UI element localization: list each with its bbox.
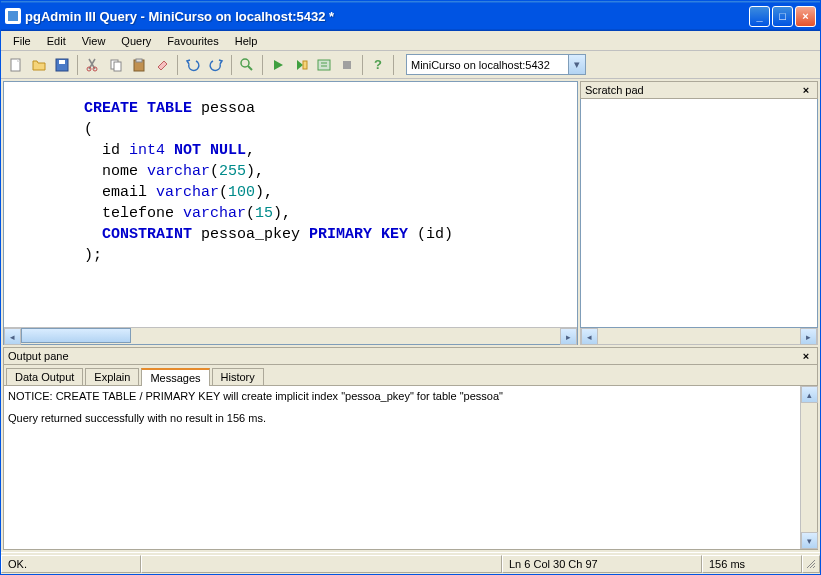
explain-button[interactable] — [313, 54, 335, 76]
menu-favourites[interactable]: Favourites — [159, 33, 226, 49]
output-title: Output pane — [8, 350, 69, 362]
status-spacer — [141, 555, 502, 573]
statusbar: OK. Ln 6 Col 30 Ch 97 156 ms — [1, 552, 820, 574]
app-icon — [5, 8, 21, 24]
toolbar-separator — [231, 55, 232, 75]
tab-explain[interactable]: Explain — [85, 368, 139, 386]
save-icon — [54, 57, 70, 73]
svg-rect-10 — [303, 61, 307, 69]
paste-button[interactable] — [128, 54, 150, 76]
copy-icon — [108, 57, 124, 73]
chevron-down-icon[interactable]: ▾ — [568, 55, 585, 74]
cut-button[interactable] — [82, 54, 104, 76]
open-button[interactable] — [28, 54, 50, 76]
app-window: pgAdmin III Query - MiniCurso on localho… — [0, 0, 821, 575]
minimize-button[interactable]: _ — [749, 6, 770, 27]
scratch-header[interactable]: Scratch pad × — [580, 81, 818, 99]
close-icon[interactable]: × — [799, 84, 813, 96]
save-button[interactable] — [51, 54, 73, 76]
svg-rect-6 — [114, 62, 121, 71]
undo-icon — [185, 57, 201, 73]
output-vscrollbar[interactable]: ▴ ▾ — [800, 386, 817, 549]
scroll-thumb[interactable] — [21, 328, 131, 343]
menu-edit[interactable]: Edit — [39, 33, 74, 49]
menubar: File Edit View Query Favourites Help — [1, 31, 820, 51]
toolbar-separator — [362, 55, 363, 75]
status-cursor-position: Ln 6 Col 30 Ch 97 — [502, 555, 702, 573]
new-file-icon — [8, 57, 24, 73]
execute-pgscript-button[interactable] — [290, 54, 312, 76]
redo-button[interactable] — [205, 54, 227, 76]
toolbar-separator — [393, 55, 394, 75]
scroll-right-icon[interactable]: ▸ — [800, 328, 817, 345]
main-area: CREATE TABLE pessoa ( id int4 NOT NULL, … — [1, 79, 820, 552]
connection-value: MiniCurso on localhost:5432 — [411, 59, 550, 71]
eraser-icon — [154, 57, 170, 73]
explain-icon — [316, 57, 332, 73]
close-icon[interactable]: × — [799, 350, 813, 362]
output-tabs: Data Output Explain Messages History — [3, 365, 818, 385]
upper-panes: CREATE TABLE pessoa ( id int4 NOT NULL, … — [1, 79, 820, 347]
menu-view[interactable]: View — [74, 33, 114, 49]
scroll-track[interactable] — [598, 328, 800, 344]
connection-combo[interactable]: MiniCurso on localhost:5432 ▾ — [406, 54, 586, 75]
sql-editor[interactable]: CREATE TABLE pessoa ( id int4 NOT NULL, … — [4, 82, 577, 327]
paste-icon — [131, 57, 147, 73]
menu-help[interactable]: Help — [227, 33, 266, 49]
menu-query[interactable]: Query — [113, 33, 159, 49]
cancel-button[interactable] — [336, 54, 358, 76]
find-icon — [239, 57, 255, 73]
close-button[interactable]: × — [795, 6, 816, 27]
message-line: Query returned successfully with no resu… — [8, 412, 813, 424]
scroll-left-icon[interactable]: ◂ — [4, 328, 21, 345]
scratch-title: Scratch pad — [585, 84, 644, 96]
svg-text:?: ? — [374, 57, 382, 72]
scratch-hscrollbar[interactable]: ◂ ▸ — [580, 328, 818, 345]
redo-icon — [208, 57, 224, 73]
toolbar: ? MiniCurso on localhost:5432 ▾ — [1, 51, 820, 79]
status-duration: 156 ms — [702, 555, 802, 573]
menu-file[interactable]: File — [5, 33, 39, 49]
svg-rect-2 — [59, 60, 65, 64]
open-folder-icon — [31, 57, 47, 73]
tab-history[interactable]: History — [212, 368, 264, 386]
message-line: NOTICE: CREATE TABLE / PRIMARY KEY will … — [8, 390, 813, 402]
titlebar[interactable]: pgAdmin III Query - MiniCurso on localho… — [1, 1, 820, 31]
clear-button[interactable] — [151, 54, 173, 76]
find-button[interactable] — [236, 54, 258, 76]
help-icon: ? — [370, 57, 386, 73]
cancel-icon — [339, 57, 355, 73]
resize-grip-icon[interactable] — [802, 555, 820, 573]
output-header[interactable]: Output pane × — [3, 347, 818, 365]
maximize-button[interactable]: □ — [772, 6, 793, 27]
scroll-up-icon[interactable]: ▴ — [801, 386, 818, 403]
svg-point-9 — [241, 59, 249, 67]
cut-icon — [85, 57, 101, 73]
window-title: pgAdmin III Query - MiniCurso on localho… — [25, 9, 749, 24]
new-file-button[interactable] — [5, 54, 27, 76]
svg-rect-11 — [318, 60, 330, 70]
status-message: OK. — [1, 555, 141, 573]
tab-messages[interactable]: Messages — [141, 368, 209, 386]
output-pane: Output pane × Data Output Explain Messag… — [3, 347, 818, 550]
svg-rect-12 — [343, 61, 351, 69]
output-body[interactable]: NOTICE: CREATE TABLE / PRIMARY KEY will … — [3, 385, 818, 550]
scratch-pad-pane: Scratch pad × ◂ ▸ — [580, 81, 818, 345]
help-button[interactable]: ? — [367, 54, 389, 76]
scroll-right-icon[interactable]: ▸ — [560, 328, 577, 345]
sql-editor-pane: CREATE TABLE pessoa ( id int4 NOT NULL, … — [3, 81, 578, 345]
scroll-left-icon[interactable]: ◂ — [581, 328, 598, 345]
scratch-body[interactable] — [580, 99, 818, 328]
editor-hscrollbar[interactable]: ◂ ▸ — [4, 327, 577, 344]
execute-button[interactable] — [267, 54, 289, 76]
execute-icon — [270, 57, 286, 73]
svg-rect-8 — [136, 59, 142, 62]
tab-data-output[interactable]: Data Output — [6, 368, 83, 386]
scroll-down-icon[interactable]: ▾ — [801, 532, 818, 549]
toolbar-separator — [77, 55, 78, 75]
execute-file-icon — [293, 57, 309, 73]
copy-button[interactable] — [105, 54, 127, 76]
scroll-track[interactable] — [21, 328, 560, 344]
toolbar-separator — [262, 55, 263, 75]
undo-button[interactable] — [182, 54, 204, 76]
